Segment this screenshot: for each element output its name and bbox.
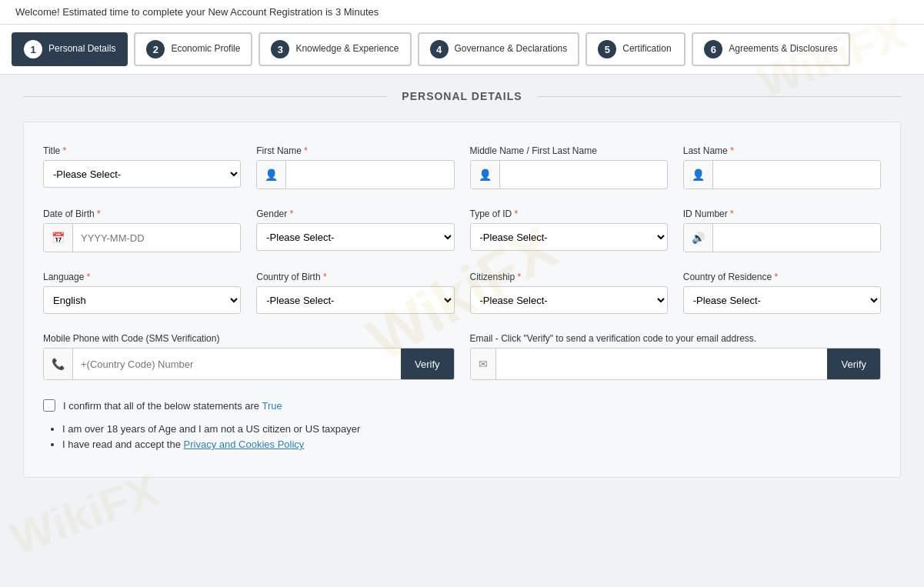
dob-input[interactable] (73, 224, 240, 252)
country-residence-label: Country of Residence * (683, 272, 881, 282)
lastname-input[interactable] (713, 161, 880, 188)
step-2-economic-profile[interactable]: 2 Economic Profile (134, 32, 252, 66)
title-group: Title * -Please Select- Mr. Mrs. Ms. Dr. (43, 145, 241, 189)
bullet-item-1: I am over 18 years of Age and I am not a… (62, 423, 881, 435)
banner-text: Welcome! Estimated time to complete your… (15, 6, 379, 18)
form-row-1: Title * -Please Select- Mr. Mrs. Ms. Dr.… (43, 145, 881, 189)
phone-input[interactable] (73, 349, 401, 379)
email-verify-button[interactable]: Verify (827, 349, 880, 379)
typeid-select[interactable]: -Please Select- Passport National ID Dri… (470, 223, 668, 251)
email-input[interactable] (496, 349, 828, 379)
middlename-input[interactable] (500, 161, 667, 188)
step-2-label: Economic Profile (171, 43, 240, 55)
title-select[interactable]: -Please Select- Mr. Mrs. Ms. Dr. (43, 160, 241, 188)
idnumber-label: ID Number * (683, 208, 881, 219)
email-icon: ✉ (471, 349, 496, 379)
id-card-icon: 🔊 (684, 224, 713, 252)
section-title-bar: PERSONAL DETAILS (23, 90, 901, 102)
typeid-label: Type of ID * (470, 208, 668, 219)
phone-label: Mobile Phone with Code (SMS Verification… (43, 333, 455, 344)
step-6-label: Agreements & Disclosures (729, 43, 837, 55)
country-birth-select[interactable]: -Please Select- United States United Kin… (256, 286, 454, 314)
confirm-checkbox[interactable] (43, 399, 55, 412)
form-area: Title * -Please Select- Mr. Mrs. Ms. Dr.… (23, 122, 901, 478)
top-banner: Welcome! Estimated time to complete your… (0, 0, 924, 25)
country-residence-select[interactable]: -Please Select- United States United Kin… (683, 286, 881, 314)
step-4-governance[interactable]: 4 Governance & Declarations (418, 32, 580, 66)
idnumber-group: ID Number * 🔊 (683, 208, 881, 252)
step-1-label: Personal Details (48, 43, 115, 55)
step-4-label: Governance & Declarations (455, 43, 568, 55)
email-label: Email - Click "Verify" to send a verific… (470, 333, 882, 344)
phone-icon: 📞 (44, 349, 73, 379)
citizenship-group: Citizenship * -Please Select- United Sta… (470, 272, 668, 314)
phone-verify-button[interactable]: Verify (401, 349, 454, 379)
dob-group: Date of Birth * 📅 (43, 208, 241, 252)
confirm-label: I confirm that all of the below statemen… (63, 400, 282, 412)
firstname-label: First Name * (256, 145, 454, 156)
language-select[interactable]: English French Spanish Arabic (43, 286, 241, 314)
firstname-input-wrapper: 👤 (256, 160, 454, 189)
lastname-label: Last Name * (683, 145, 881, 156)
form-row-4: Mobile Phone with Code (SMS Verification… (43, 333, 881, 380)
language-label: Language * (43, 272, 241, 282)
step-1-number: 1 (24, 40, 42, 58)
person-icon: 👤 (257, 161, 286, 188)
form-row-3: Language * English French Spanish Arabic… (43, 272, 881, 314)
bullet-item-2: I have read and accept the Privacy and C… (62, 439, 881, 450)
gender-group: Gender * -Please Select- Male Female Oth… (256, 208, 454, 252)
phone-group: Mobile Phone with Code (SMS Verification… (43, 333, 455, 380)
dob-input-wrapper: 📅 (43, 223, 241, 252)
middlename-input-wrapper: 👤 (470, 160, 668, 189)
privacy-link[interactable]: Privacy and Cookies Policy (184, 439, 305, 450)
step-6-agreements[interactable]: 6 Agreements & Disclosures (692, 32, 849, 66)
middlename-group: Middle Name / First Last Name 👤 (470, 145, 668, 189)
idnumber-input-wrapper: 🔊 (683, 223, 881, 252)
language-group: Language * English French Spanish Arabic (43, 272, 241, 314)
step-3-knowledge[interactable]: 3 Knowledge & Experience (259, 32, 411, 66)
firstname-input[interactable] (286, 161, 453, 188)
firstname-group: First Name * 👤 (256, 145, 454, 189)
step-5-number: 5 (598, 40, 616, 58)
main-content: PERSONAL DETAILS Title * -Please Select-… (0, 75, 924, 493)
citizenship-label: Citizenship * (470, 272, 668, 282)
middlename-label: Middle Name / First Last Name (470, 145, 668, 156)
form-row-2: Date of Birth * 📅 Gender * -Please Selec… (43, 208, 881, 252)
step-3-number: 3 (271, 40, 289, 58)
email-group: Email - Click "Verify" to send a verific… (470, 333, 882, 380)
step-3-label: Knowledge & Experience (295, 43, 399, 55)
confirm-row: I confirm that all of the below statemen… (43, 399, 881, 412)
typeid-group: Type of ID * -Please Select- Passport Na… (470, 208, 668, 252)
step-5-certification[interactable]: 5 Certification (585, 32, 685, 66)
citizenship-select[interactable]: -Please Select- United States United Kin… (470, 286, 668, 314)
step-1-personal-details[interactable]: 1 Personal Details (12, 32, 128, 66)
email-wrapper: ✉ Verify (470, 348, 882, 380)
person-icon-last: 👤 (684, 161, 713, 188)
gender-label: Gender * (256, 208, 454, 219)
lastname-group: Last Name * 👤 (683, 145, 881, 189)
title-label: Title * (43, 145, 241, 156)
bullet-list: I am over 18 years of Age and I am not a… (43, 423, 881, 450)
country-birth-group: Country of Birth * -Please Select- Unite… (256, 272, 454, 314)
gender-select[interactable]: -Please Select- Male Female Other (256, 223, 454, 251)
step-2-number: 2 (146, 40, 165, 58)
step-4-number: 4 (430, 40, 449, 58)
steps-navigation: 1 Personal Details 2 Economic Profile 3 … (0, 25, 924, 75)
person-icon-middle: 👤 (471, 161, 500, 188)
step-5-label: Certification (622, 43, 671, 55)
country-residence-group: Country of Residence * -Please Select- U… (683, 272, 881, 314)
lastname-input-wrapper: 👤 (683, 160, 881, 189)
country-birth-label: Country of Birth * (256, 272, 454, 282)
calendar-icon: 📅 (44, 224, 73, 252)
section-title: PERSONAL DETAILS (386, 90, 537, 102)
phone-wrapper: 📞 Verify (43, 348, 455, 380)
dob-label: Date of Birth * (43, 208, 241, 219)
idnumber-input[interactable] (713, 224, 880, 252)
step-6-number: 6 (704, 40, 722, 58)
